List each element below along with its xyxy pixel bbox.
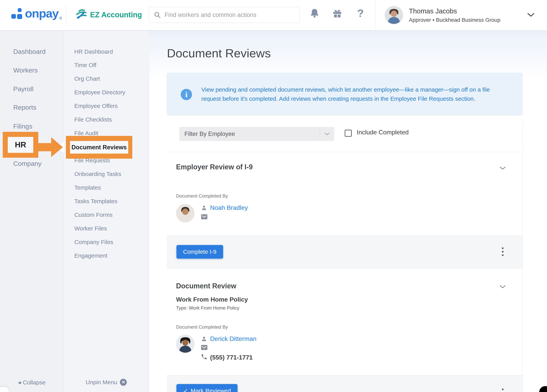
employee-avatar [176, 335, 195, 353]
section-collapse-chevron-icon[interactable] [499, 285, 506, 289]
unpin-close-icon: ✕ [120, 379, 127, 386]
collapse-sidebar-button[interactable]: ◀ Collapse [0, 379, 63, 386]
person-icon [201, 336, 207, 343]
company-brand: EZ Accounting [75, 8, 142, 21]
completed-by-label: Document Completed By [176, 193, 228, 199]
submenu-item-employee-directory[interactable]: Employee Directory [74, 89, 125, 96]
completed-by-label: Document Completed By [176, 324, 228, 330]
help-icon[interactable]: ? [357, 8, 364, 19]
employee-avatar [176, 204, 195, 223]
email-icon[interactable] [201, 345, 207, 351]
hr-submenu: HR Dashboard Time Off Org Chart Employee… [64, 30, 149, 392]
person-icon [201, 205, 207, 212]
onpay-logo-text: onpay [25, 7, 59, 20]
submenu-item-time-off[interactable]: Time Off [74, 62, 96, 69]
notifications-bell-icon[interactable] [310, 8, 319, 19]
submenu-item-tasks-templates[interactable]: Tasks Templates [74, 198, 117, 205]
submenu-item-hr-dashboard[interactable]: HR Dashboard [74, 48, 113, 55]
page-title: Document Reviews [167, 46, 271, 60]
content-right-border [522, 122, 523, 392]
submenu-item-custom-forms[interactable]: Custom Forms [74, 211, 113, 218]
user-menu-chevron-down-icon[interactable] [527, 13, 534, 18]
submenu-item-org-chart[interactable]: Org Chart [74, 75, 100, 82]
filter-select-value: Filter By Employee [185, 130, 320, 137]
sidebar-item-reports[interactable]: Reports [13, 103, 36, 111]
include-completed-checkbox[interactable] [345, 130, 352, 137]
user-avatar [385, 6, 403, 24]
submenu-item-file-audit[interactable]: File Audit [74, 130, 98, 137]
search-input[interactable] [164, 12, 297, 19]
primary-sidebar: Dashboard Workers Payroll Reports Filing… [0, 30, 64, 392]
section-title-document-review: Document Review [176, 282, 236, 290]
sidebar-item-filings[interactable]: Filings [13, 122, 32, 130]
document-title: Work From Home Policy [176, 296, 248, 303]
include-completed-label: Include Completed [357, 129, 409, 136]
onpay-logo[interactable]: onpay ® [11, 7, 62, 20]
collapse-label: Collapse [23, 379, 46, 386]
employee-name-link[interactable]: Derick Ditterman [210, 335, 256, 342]
submenu-item-employee-offers[interactable]: Employee Offers [74, 102, 118, 109]
submenu-item-engagement[interactable]: Engagement [74, 252, 107, 259]
submenu-item-templates[interactable]: Templates [74, 184, 101, 191]
unpin-menu-label: Unpin Menu [86, 379, 117, 385]
search-icon [154, 11, 161, 19]
unpin-menu-button[interactable]: Unpin Menu ✕ [64, 379, 149, 386]
collapse-arrow-icon: ◀ [18, 379, 21, 385]
mark-reviewed-button[interactable]: ✓ Mark Reviewed [177, 384, 238, 392]
email-icon[interactable] [201, 214, 207, 220]
submenu-item-worker-files[interactable]: Worker Files [74, 225, 107, 232]
submenu-item-onboarding-tasks[interactable]: Onboarding Tasks [74, 170, 121, 177]
global-search[interactable] [149, 7, 300, 23]
filter-by-employee-select[interactable]: Filter By Employee [179, 127, 334, 141]
section-collapse-chevron-icon[interactable] [499, 166, 506, 171]
info-banner-text: View pending and completed document revi… [201, 85, 508, 103]
topbar-divider [66, 5, 66, 25]
info-banner: i View pending and completed document re… [167, 73, 522, 115]
document-type: Type: Work From Home Policy [176, 305, 239, 311]
more-actions-menu[interactable] [501, 246, 505, 257]
onpay-logo-mark-icon [11, 7, 23, 20]
user-menu[interactable]: Thomas Jacobs Approver • Buckhead Busine… [375, 0, 547, 30]
gift-icon[interactable] [332, 8, 342, 19]
annotation-arrow [38, 136, 63, 158]
select-chevron-down-icon [320, 133, 334, 135]
user-name: Thomas Jacobs [409, 7, 500, 15]
info-icon: i [181, 89, 192, 100]
onpay-app-window: onpay ® EZ Accounting [0, 0, 547, 392]
section-title-employer-review: Employer Review of I-9 [176, 163, 253, 171]
employee-phone: (555) 771-1771 [210, 354, 253, 361]
submenu-item-document-reviews[interactable]: Document Reviews [70, 141, 128, 154]
sidebar-item-dashboard[interactable]: Dashboard [13, 48, 46, 55]
sidebar-item-company[interactable]: Company [13, 160, 42, 167]
submenu-item-company-files[interactable]: Company Files [74, 239, 113, 246]
main-content: Document Reviews i View pending and comp… [149, 30, 547, 392]
registered-mark: ® [59, 16, 62, 20]
annotation-highlight-hr: HR [3, 132, 38, 158]
check-icon: ✓ [183, 387, 188, 392]
section-divider [167, 152, 522, 152]
ez-accounting-icon [75, 8, 87, 21]
sidebar-item-workers[interactable]: Workers [13, 66, 38, 74]
sidebar-item-hr[interactable]: HR [8, 137, 33, 153]
annotation-highlight-document-reviews: Document Reviews [66, 136, 132, 159]
more-actions-menu[interactable] [501, 387, 505, 392]
employee-name-link[interactable]: Noah Bradley [210, 204, 248, 211]
user-role-company: Approver • Buckhead Business Group [409, 17, 500, 23]
phone-icon [201, 354, 207, 360]
complete-i9-button[interactable]: Complete I-9 [177, 245, 223, 259]
top-bar: onpay ® EZ Accounting [0, 0, 547, 30]
brand-name: EZ Accounting [90, 11, 142, 19]
submenu-item-file-checklists[interactable]: File Checklists [74, 116, 112, 123]
sidebar-item-payroll[interactable]: Payroll [13, 85, 34, 93]
